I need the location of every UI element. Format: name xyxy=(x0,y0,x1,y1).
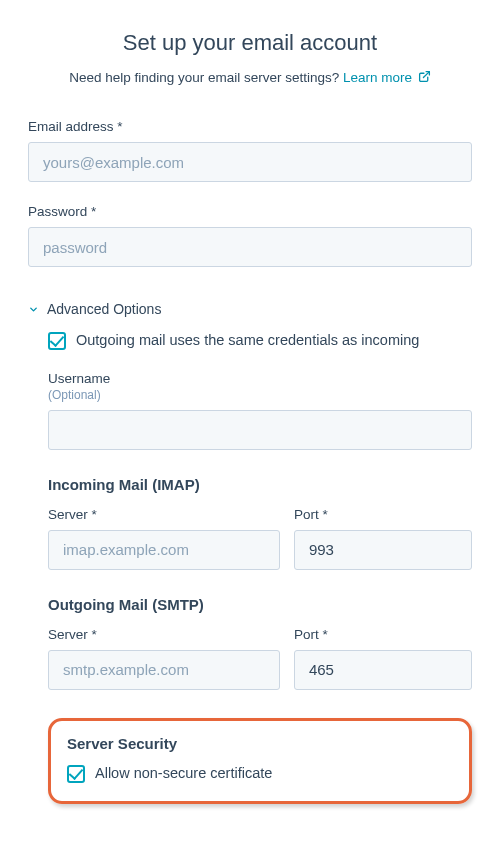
outgoing-server-field[interactable] xyxy=(48,650,280,690)
outgoing-port-label: Port * xyxy=(294,627,472,642)
learn-more-label: Learn more xyxy=(343,70,412,85)
email-label: Email address * xyxy=(28,119,472,134)
password-field[interactable] xyxy=(28,227,472,267)
learn-more-link[interactable]: Learn more xyxy=(343,70,431,85)
help-line: Need help finding your email server sett… xyxy=(28,70,472,85)
same-credentials-label: Outgoing mail uses the same credentials … xyxy=(76,331,419,351)
username-optional-label: (Optional) xyxy=(48,388,472,402)
outgoing-port-field[interactable] xyxy=(294,650,472,690)
password-label: Password * xyxy=(28,204,472,219)
allow-nonsecure-label: Allow non-secure certificate xyxy=(95,764,272,784)
advanced-options-toggle[interactable]: Advanced Options xyxy=(28,301,472,317)
server-security-highlight: Server Security Allow non-secure certifi… xyxy=(48,718,472,805)
svg-line-0 xyxy=(423,72,429,78)
outgoing-server-label: Server * xyxy=(48,627,280,642)
allow-nonsecure-checkbox[interactable] xyxy=(67,765,85,783)
page-title: Set up your email account xyxy=(28,30,472,56)
username-field[interactable] xyxy=(48,410,472,450)
help-text: Need help finding your email server sett… xyxy=(69,70,343,85)
chevron-down-icon xyxy=(28,304,39,315)
incoming-port-field[interactable] xyxy=(294,530,472,570)
incoming-server-field[interactable] xyxy=(48,530,280,570)
outgoing-heading: Outgoing Mail (SMTP) xyxy=(48,596,472,613)
email-field[interactable] xyxy=(28,142,472,182)
external-link-icon xyxy=(418,70,431,83)
advanced-options-label: Advanced Options xyxy=(47,301,161,317)
username-label: Username xyxy=(48,371,472,386)
incoming-port-label: Port * xyxy=(294,507,472,522)
server-security-heading: Server Security xyxy=(67,735,453,752)
same-credentials-checkbox[interactable] xyxy=(48,332,66,350)
incoming-heading: Incoming Mail (IMAP) xyxy=(48,476,472,493)
incoming-server-label: Server * xyxy=(48,507,280,522)
